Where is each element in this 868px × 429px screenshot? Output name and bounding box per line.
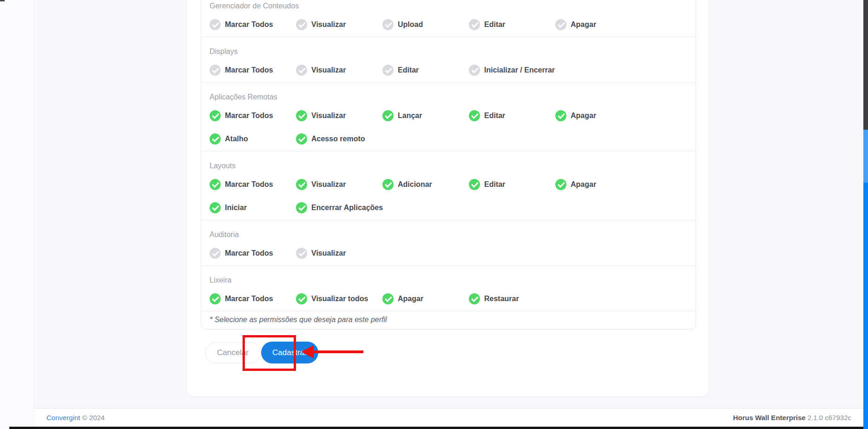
- permission-sections: Gerenciador de ConteudosMarcar TodosVisu…: [201, 0, 696, 311]
- checked-checkbox-icon[interactable]: [296, 179, 307, 190]
- permission-item: Marcar Todos: [210, 248, 296, 259]
- unchecked-checkbox-icon[interactable]: [210, 248, 221, 259]
- checked-checkbox-icon[interactable]: [382, 110, 394, 121]
- permission-item: Restaurar: [469, 293, 555, 304]
- permission-label: Apagar: [398, 295, 423, 303]
- checked-checkbox-icon[interactable]: [210, 110, 221, 121]
- permission-label: Upload: [398, 20, 423, 29]
- permission-label: Marcar Todos: [225, 20, 273, 29]
- permission-item: Upload: [382, 19, 469, 30]
- checked-checkbox-icon[interactable]: [382, 179, 394, 190]
- permission-label: Apagar: [571, 20, 596, 29]
- checked-checkbox-icon[interactable]: [296, 202, 307, 213]
- checked-checkbox-icon[interactable]: [296, 293, 307, 304]
- product-name: Horus Wall Enterprise: [733, 414, 805, 422]
- checked-checkbox-icon[interactable]: [210, 202, 221, 213]
- permission-label: Marcar Todos: [225, 180, 273, 189]
- permission-row: Marcar TodosVisualizarUploadEditarApagar: [210, 19, 696, 30]
- unchecked-checkbox-icon[interactable]: [296, 19, 307, 30]
- unchecked-checkbox-icon[interactable]: [469, 65, 480, 76]
- unchecked-checkbox-icon[interactable]: [296, 65, 307, 76]
- permission-label: Inicializar / Encerrar: [484, 66, 555, 74]
- permission-label: Visualizar: [311, 249, 346, 257]
- annotation-arrow: [312, 350, 363, 353]
- footer: Convergint © 2024 Horus Wall Enterprise …: [34, 409, 868, 427]
- permission-item: Apagar: [382, 293, 469, 304]
- permission-item: Editar: [382, 65, 469, 76]
- permission-label: Visualizar: [311, 20, 346, 29]
- section-title: Gerenciador de Conteudos: [210, 2, 696, 10]
- permission-item: Apagar: [555, 110, 642, 121]
- scrollbar-thumb-dark[interactable]: [863, 0, 868, 130]
- permission-item: Apagar: [555, 179, 642, 190]
- copyright-year: © 2024: [82, 414, 105, 422]
- permission-item: Marcar Todos: [210, 110, 296, 121]
- permission-item: Editar: [469, 179, 555, 190]
- permission-row: Marcar TodosVisualizar todosApagarRestau…: [210, 293, 696, 304]
- unchecked-checkbox-icon[interactable]: [382, 19, 394, 30]
- page-left-gutter: [0, 0, 34, 429]
- unchecked-checkbox-icon[interactable]: [382, 65, 394, 76]
- checked-checkbox-icon[interactable]: [296, 133, 307, 145]
- checked-checkbox-icon[interactable]: [210, 133, 221, 145]
- scrollbar-segment-light[interactable]: [863, 130, 868, 183]
- permission-item: Acesso remoto: [296, 133, 382, 145]
- permission-section: Aplicações RemotasMarcar TodosVisualizar…: [201, 83, 696, 152]
- section-title: Displays: [210, 47, 696, 56]
- permission-label: Acesso remoto: [311, 135, 365, 143]
- checked-checkbox-icon[interactable]: [210, 179, 221, 190]
- permission-row: IniciarEncerrar Aplicações: [210, 202, 696, 213]
- permission-label: Marcar Todos: [225, 295, 273, 303]
- checked-checkbox-icon[interactable]: [469, 293, 480, 304]
- permission-label: Atalho: [225, 135, 248, 143]
- product-version: 2.1.0 c67932c: [808, 414, 851, 422]
- annotation-highlight-box: [243, 335, 296, 371]
- unchecked-checkbox-icon[interactable]: [210, 65, 221, 76]
- permission-item: Visualizar: [296, 179, 382, 190]
- permission-section: DisplaysMarcar TodosVisualizarEditarInic…: [201, 37, 696, 83]
- unchecked-checkbox-icon[interactable]: [469, 19, 480, 30]
- permission-section: LayoutsMarcar TodosVisualizarAdicionarEd…: [201, 152, 696, 220]
- permission-label: Iniciar: [225, 204, 247, 212]
- permission-row: AtalhoAcesso remoto: [210, 133, 696, 145]
- checked-checkbox-icon[interactable]: [296, 110, 307, 121]
- permission-label: Editar: [484, 20, 505, 29]
- permission-item: Visualizar: [296, 19, 382, 30]
- screen-corner-artifact: [0, 0, 5, 1]
- permission-row: Marcar TodosVisualizarEditarInicializar …: [210, 65, 696, 76]
- permission-row: Marcar TodosVisualizarAdicionarEditarApa…: [210, 179, 696, 190]
- checked-checkbox-icon[interactable]: [555, 110, 566, 121]
- permission-item: Encerrar Aplicações: [296, 202, 382, 213]
- permission-label: Visualizar: [311, 66, 346, 74]
- convergint-link[interactable]: Convergint: [46, 414, 80, 422]
- annotation-arrow-head-icon: [301, 345, 314, 358]
- checked-checkbox-icon[interactable]: [382, 293, 394, 304]
- scrollbar-segment-blue[interactable]: [863, 183, 868, 429]
- permission-label: Editar: [398, 66, 419, 74]
- checked-checkbox-icon[interactable]: [469, 110, 480, 121]
- unchecked-checkbox-icon[interactable]: [210, 19, 221, 30]
- section-title: Lixeira: [210, 276, 696, 284]
- permission-section: LixeiraMarcar TodosVisualizar todosApaga…: [201, 266, 696, 311]
- permission-item: Marcar Todos: [210, 293, 296, 304]
- checked-checkbox-icon[interactable]: [469, 179, 480, 190]
- permission-label: Apagar: [571, 180, 596, 189]
- footer-version-info: Horus Wall Enterprise 2.1.0 c67932c: [733, 414, 851, 422]
- bottom-window-edge: [9, 427, 868, 429]
- permission-item: Marcar Todos: [210, 65, 296, 76]
- unchecked-checkbox-icon[interactable]: [296, 248, 307, 259]
- checked-checkbox-icon[interactable]: [555, 179, 566, 190]
- permission-item: Editar: [469, 110, 555, 121]
- checked-checkbox-icon[interactable]: [210, 293, 221, 304]
- permission-item: Atalho: [210, 133, 296, 145]
- permissions-panel: Gerenciador de ConteudosMarcar TodosVisu…: [201, 0, 696, 330]
- permission-item: Lançar: [382, 110, 469, 121]
- permission-item: Marcar Todos: [210, 19, 296, 30]
- permission-row: Marcar TodosVisualizarLançarEditarApagar: [210, 110, 696, 121]
- permission-item: Adicionar: [382, 179, 469, 190]
- permission-label: Adicionar: [398, 180, 432, 189]
- unchecked-checkbox-icon[interactable]: [555, 19, 566, 30]
- permission-label: Visualizar todos: [311, 295, 368, 303]
- permission-label: Encerrar Aplicações: [311, 204, 383, 212]
- section-title: Aplicações Remotas: [210, 93, 696, 101]
